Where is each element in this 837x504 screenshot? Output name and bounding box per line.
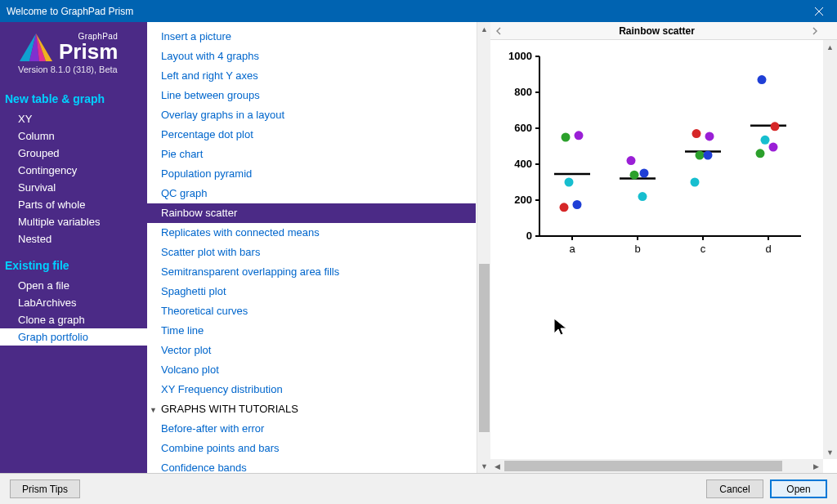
preview-panel: Rainbow scatter 02004006008001000abcd ▲ … xyxy=(490,22,837,473)
sidebar-item-multiple-variables[interactable]: Multiple variables xyxy=(0,213,147,230)
footer: Prism Tips Cancel Open xyxy=(0,473,837,504)
svg-point-45 xyxy=(771,122,780,131)
preview-next-button[interactable] xyxy=(807,22,823,40)
list-item[interactable]: Insert a picture xyxy=(147,27,476,47)
list-item[interactable]: Overlay graphs in a layout xyxy=(147,105,476,125)
window-title: Welcome to GraphPad Prism xyxy=(7,6,133,17)
svg-point-37 xyxy=(705,132,714,140)
sidebar-item-xy[interactable]: XY xyxy=(0,110,147,127)
chevron-right-icon xyxy=(812,27,818,35)
section-header-existing-file: Existing file xyxy=(0,248,147,277)
svg-point-40 xyxy=(691,178,700,187)
list-item[interactable]: Population pyramid xyxy=(147,164,476,184)
list-scrollbar[interactable]: ▲ ▼ xyxy=(477,22,490,473)
cancel-button[interactable]: Cancel xyxy=(706,479,763,498)
svg-text:c: c xyxy=(700,243,706,255)
scroll-up-icon[interactable]: ▲ xyxy=(477,22,491,36)
svg-point-48 xyxy=(756,149,765,158)
list-item[interactable]: Before-after with error xyxy=(147,419,476,439)
svg-text:1000: 1000 xyxy=(508,50,532,62)
sidebar-item-clone-a-graph[interactable]: Clone a graph xyxy=(0,311,147,328)
svg-text:b: b xyxy=(634,243,640,255)
sidebar-item-nested[interactable]: Nested xyxy=(0,230,147,248)
svg-point-24 xyxy=(573,200,582,209)
rainbow-scatter-chart: 02004006008001000abcd xyxy=(499,48,809,261)
version-text: Version 8.1.0 (318), Beta xyxy=(18,65,134,74)
svg-text:a: a xyxy=(569,243,575,255)
svg-point-22 xyxy=(575,131,584,140)
list-item[interactable]: QC graph xyxy=(147,184,476,203)
portfolio-list[interactable]: Insert a picture Layout with 4 graphs Le… xyxy=(147,22,476,473)
logo-area: GraphPad Prism Version 8.1.0 (318), Beta xyxy=(0,32,147,81)
svg-text:400: 400 xyxy=(514,158,532,170)
list-item[interactable]: Volcano plot xyxy=(147,360,476,380)
svg-point-30 xyxy=(640,169,649,178)
scroll-down-icon[interactable]: ▼ xyxy=(477,459,491,473)
svg-text:0: 0 xyxy=(526,230,532,242)
scrollbar-thumb[interactable] xyxy=(504,461,782,471)
svg-text:200: 200 xyxy=(514,194,532,206)
list-item[interactable]: Left and right Y axes xyxy=(147,66,476,86)
close-button[interactable] xyxy=(800,0,837,22)
svg-point-31 xyxy=(630,171,639,180)
list-item[interactable]: Theoretical curves xyxy=(147,301,476,321)
list-item[interactable]: Spaghetti plot xyxy=(147,282,476,301)
preview-header: Rainbow scatter xyxy=(490,22,837,40)
list-item[interactable]: Confidence bands xyxy=(147,458,476,473)
list-item[interactable]: Scatter plot with bars xyxy=(147,243,476,262)
list-item[interactable]: Replicates with connected means xyxy=(147,223,476,243)
sidebar-item-grouped[interactable]: Grouped xyxy=(0,145,147,162)
list-group-header-tutorials[interactable]: GRAPHS WITH TUTORIALS xyxy=(147,399,476,419)
sidebar-item-survival[interactable]: Survival xyxy=(0,179,147,196)
sidebar-item-column[interactable]: Column xyxy=(0,127,147,145)
sidebar-item-graph-portfolio[interactable]: Graph portfolio xyxy=(0,328,147,346)
sidebar-item-labarchives[interactable]: LabArchives xyxy=(0,294,147,311)
scroll-up-icon[interactable]: ▲ xyxy=(823,40,837,54)
svg-point-29 xyxy=(627,156,636,165)
svg-point-21 xyxy=(562,133,571,142)
svg-point-39 xyxy=(704,151,713,160)
preview-horizontal-scrollbar[interactable]: ◀ ▶ xyxy=(490,459,823,473)
scrollbar-thumb[interactable] xyxy=(479,264,490,432)
prism-logo-icon xyxy=(18,32,54,63)
list-item[interactable]: Combine points and bars xyxy=(147,439,476,458)
preview-title: Rainbow scatter xyxy=(507,25,807,37)
portfolio-list-panel: Insert a picture Layout with 4 graphs Le… xyxy=(147,22,490,473)
scroll-left-icon[interactable]: ◀ xyxy=(490,459,504,473)
scroll-down-icon[interactable]: ▼ xyxy=(823,445,837,459)
list-item-rainbow-scatter[interactable]: Rainbow scatter xyxy=(147,203,476,223)
sidebar-item-contingency[interactable]: Contingency xyxy=(0,162,147,179)
titlebar: Welcome to GraphPad Prism xyxy=(0,0,837,22)
list-item[interactable]: Line between groups xyxy=(147,86,476,105)
sidebar-item-parts-of-whole[interactable]: Parts of whole xyxy=(0,196,147,213)
svg-point-25 xyxy=(560,203,569,212)
logo-prism-text: Prism xyxy=(59,41,118,62)
svg-text:600: 600 xyxy=(514,122,532,134)
scroll-right-icon[interactable]: ▶ xyxy=(809,459,823,473)
list-item[interactable]: Percentage dot plot xyxy=(147,125,476,145)
sidebar-item-open-a-file[interactable]: Open a file xyxy=(0,277,147,294)
list-item[interactable]: Layout with 4 graphs xyxy=(147,47,476,66)
list-item[interactable]: Vector plot xyxy=(147,341,476,360)
section-header-new-table: New table & graph xyxy=(0,81,147,110)
list-item[interactable]: Pie chart xyxy=(147,145,476,164)
svg-point-32 xyxy=(638,192,647,201)
prism-tips-button[interactable]: Prism Tips xyxy=(10,479,80,498)
sidebar: GraphPad Prism Version 8.1.0 (318), Beta… xyxy=(0,22,147,473)
svg-point-38 xyxy=(696,151,705,160)
chevron-left-icon xyxy=(495,27,502,35)
list-item[interactable]: Semitransparent overlapping area fills xyxy=(147,262,476,282)
svg-text:800: 800 xyxy=(514,86,532,98)
open-button[interactable]: Open xyxy=(770,479,827,498)
svg-point-44 xyxy=(758,75,767,84)
close-icon xyxy=(814,7,824,16)
preview-vertical-scrollbar[interactable]: ▲ ▼ xyxy=(823,40,837,459)
list-item[interactable]: Time line xyxy=(147,321,476,341)
svg-point-36 xyxy=(692,129,701,138)
preview-body: 02004006008001000abcd xyxy=(490,40,837,473)
preview-prev-button[interactable] xyxy=(490,22,507,40)
list-item[interactable]: XY Frequency distribution xyxy=(147,380,476,399)
svg-text:d: d xyxy=(765,243,771,255)
svg-point-47 xyxy=(769,143,778,152)
svg-point-46 xyxy=(761,136,770,145)
